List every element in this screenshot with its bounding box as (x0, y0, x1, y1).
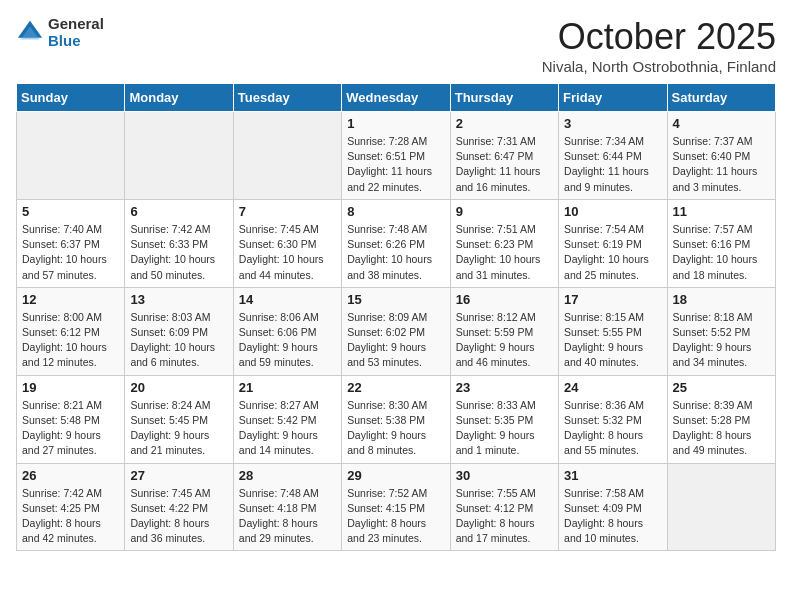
calendar-cell: 21Sunrise: 8:27 AM Sunset: 5:42 PM Dayli… (233, 375, 341, 463)
calendar-week-5: 26Sunrise: 7:42 AM Sunset: 4:25 PM Dayli… (17, 463, 776, 551)
day-info: Sunrise: 7:54 AM Sunset: 6:19 PM Dayligh… (564, 222, 661, 283)
day-number: 9 (456, 204, 553, 219)
calendar-cell: 23Sunrise: 8:33 AM Sunset: 5:35 PM Dayli… (450, 375, 558, 463)
day-number: 8 (347, 204, 444, 219)
calendar-cell (125, 112, 233, 200)
calendar-cell: 4Sunrise: 7:37 AM Sunset: 6:40 PM Daylig… (667, 112, 775, 200)
day-info: Sunrise: 8:09 AM Sunset: 6:02 PM Dayligh… (347, 310, 444, 371)
day-number: 17 (564, 292, 661, 307)
calendar-cell: 3Sunrise: 7:34 AM Sunset: 6:44 PM Daylig… (559, 112, 667, 200)
calendar-cell: 28Sunrise: 7:48 AM Sunset: 4:18 PM Dayli… (233, 463, 341, 551)
day-info: Sunrise: 7:51 AM Sunset: 6:23 PM Dayligh… (456, 222, 553, 283)
calendar-header: Sunday Monday Tuesday Wednesday Thursday… (17, 84, 776, 112)
day-number: 12 (22, 292, 119, 307)
calendar-cell: 14Sunrise: 8:06 AM Sunset: 6:06 PM Dayli… (233, 287, 341, 375)
day-info: Sunrise: 7:55 AM Sunset: 4:12 PM Dayligh… (456, 486, 553, 547)
day-info: Sunrise: 8:18 AM Sunset: 5:52 PM Dayligh… (673, 310, 770, 371)
header-row: Sunday Monday Tuesday Wednesday Thursday… (17, 84, 776, 112)
day-info: Sunrise: 7:57 AM Sunset: 6:16 PM Dayligh… (673, 222, 770, 283)
day-number: 29 (347, 468, 444, 483)
day-info: Sunrise: 7:42 AM Sunset: 6:33 PM Dayligh… (130, 222, 227, 283)
day-info: Sunrise: 7:45 AM Sunset: 4:22 PM Dayligh… (130, 486, 227, 547)
logo-icon (16, 19, 44, 47)
logo-text: General Blue (48, 16, 104, 49)
day-info: Sunrise: 7:42 AM Sunset: 4:25 PM Dayligh… (22, 486, 119, 547)
day-number: 23 (456, 380, 553, 395)
day-number: 24 (564, 380, 661, 395)
day-info: Sunrise: 8:33 AM Sunset: 5:35 PM Dayligh… (456, 398, 553, 459)
header-saturday: Saturday (667, 84, 775, 112)
day-info: Sunrise: 8:06 AM Sunset: 6:06 PM Dayligh… (239, 310, 336, 371)
day-info: Sunrise: 8:27 AM Sunset: 5:42 PM Dayligh… (239, 398, 336, 459)
day-info: Sunrise: 8:30 AM Sunset: 5:38 PM Dayligh… (347, 398, 444, 459)
header-friday: Friday (559, 84, 667, 112)
day-number: 4 (673, 116, 770, 131)
logo-general: General (48, 16, 104, 33)
day-info: Sunrise: 7:31 AM Sunset: 6:47 PM Dayligh… (456, 134, 553, 195)
title-section: October 2025 Nivala, North Ostrobothnia,… (542, 16, 776, 75)
calendar-cell: 7Sunrise: 7:45 AM Sunset: 6:30 PM Daylig… (233, 199, 341, 287)
calendar-week-1: 1Sunrise: 7:28 AM Sunset: 6:51 PM Daylig… (17, 112, 776, 200)
day-number: 13 (130, 292, 227, 307)
day-number: 31 (564, 468, 661, 483)
day-number: 22 (347, 380, 444, 395)
calendar-cell (667, 463, 775, 551)
day-number: 14 (239, 292, 336, 307)
day-number: 30 (456, 468, 553, 483)
calendar-week-3: 12Sunrise: 8:00 AM Sunset: 6:12 PM Dayli… (17, 287, 776, 375)
calendar-cell (233, 112, 341, 200)
calendar-cell: 19Sunrise: 8:21 AM Sunset: 5:48 PM Dayli… (17, 375, 125, 463)
location: Nivala, North Ostrobothnia, Finland (542, 58, 776, 75)
day-number: 2 (456, 116, 553, 131)
calendar-cell: 12Sunrise: 8:00 AM Sunset: 6:12 PM Dayli… (17, 287, 125, 375)
month-title: October 2025 (542, 16, 776, 58)
logo: General Blue (16, 16, 104, 49)
calendar-cell: 1Sunrise: 7:28 AM Sunset: 6:51 PM Daylig… (342, 112, 450, 200)
logo-blue: Blue (48, 33, 104, 50)
day-number: 1 (347, 116, 444, 131)
day-info: Sunrise: 8:39 AM Sunset: 5:28 PM Dayligh… (673, 398, 770, 459)
day-info: Sunrise: 7:28 AM Sunset: 6:51 PM Dayligh… (347, 134, 444, 195)
day-number: 3 (564, 116, 661, 131)
calendar-cell: 24Sunrise: 8:36 AM Sunset: 5:32 PM Dayli… (559, 375, 667, 463)
calendar-cell: 29Sunrise: 7:52 AM Sunset: 4:15 PM Dayli… (342, 463, 450, 551)
page-header: General Blue October 2025 Nivala, North … (16, 16, 776, 75)
day-number: 27 (130, 468, 227, 483)
day-info: Sunrise: 7:37 AM Sunset: 6:40 PM Dayligh… (673, 134, 770, 195)
calendar-cell: 11Sunrise: 7:57 AM Sunset: 6:16 PM Dayli… (667, 199, 775, 287)
day-info: Sunrise: 7:45 AM Sunset: 6:30 PM Dayligh… (239, 222, 336, 283)
day-number: 11 (673, 204, 770, 219)
day-number: 26 (22, 468, 119, 483)
calendar-cell: 5Sunrise: 7:40 AM Sunset: 6:37 PM Daylig… (17, 199, 125, 287)
day-number: 20 (130, 380, 227, 395)
day-number: 28 (239, 468, 336, 483)
day-number: 10 (564, 204, 661, 219)
day-info: Sunrise: 7:58 AM Sunset: 4:09 PM Dayligh… (564, 486, 661, 547)
day-info: Sunrise: 8:21 AM Sunset: 5:48 PM Dayligh… (22, 398, 119, 459)
day-number: 5 (22, 204, 119, 219)
day-info: Sunrise: 8:24 AM Sunset: 5:45 PM Dayligh… (130, 398, 227, 459)
calendar-body: 1Sunrise: 7:28 AM Sunset: 6:51 PM Daylig… (17, 112, 776, 551)
calendar-cell: 16Sunrise: 8:12 AM Sunset: 5:59 PM Dayli… (450, 287, 558, 375)
calendar-cell: 13Sunrise: 8:03 AM Sunset: 6:09 PM Dayli… (125, 287, 233, 375)
header-tuesday: Tuesday (233, 84, 341, 112)
calendar-cell (17, 112, 125, 200)
day-info: Sunrise: 8:12 AM Sunset: 5:59 PM Dayligh… (456, 310, 553, 371)
calendar-week-4: 19Sunrise: 8:21 AM Sunset: 5:48 PM Dayli… (17, 375, 776, 463)
calendar-cell: 30Sunrise: 7:55 AM Sunset: 4:12 PM Dayli… (450, 463, 558, 551)
day-info: Sunrise: 8:03 AM Sunset: 6:09 PM Dayligh… (130, 310, 227, 371)
day-info: Sunrise: 8:36 AM Sunset: 5:32 PM Dayligh… (564, 398, 661, 459)
calendar-cell: 27Sunrise: 7:45 AM Sunset: 4:22 PM Dayli… (125, 463, 233, 551)
day-number: 19 (22, 380, 119, 395)
day-number: 15 (347, 292, 444, 307)
header-thursday: Thursday (450, 84, 558, 112)
calendar-cell: 2Sunrise: 7:31 AM Sunset: 6:47 PM Daylig… (450, 112, 558, 200)
calendar: Sunday Monday Tuesday Wednesday Thursday… (16, 83, 776, 551)
day-number: 6 (130, 204, 227, 219)
day-number: 7 (239, 204, 336, 219)
calendar-cell: 26Sunrise: 7:42 AM Sunset: 4:25 PM Dayli… (17, 463, 125, 551)
day-info: Sunrise: 7:48 AM Sunset: 4:18 PM Dayligh… (239, 486, 336, 547)
calendar-cell: 15Sunrise: 8:09 AM Sunset: 6:02 PM Dayli… (342, 287, 450, 375)
day-info: Sunrise: 7:48 AM Sunset: 6:26 PM Dayligh… (347, 222, 444, 283)
header-monday: Monday (125, 84, 233, 112)
